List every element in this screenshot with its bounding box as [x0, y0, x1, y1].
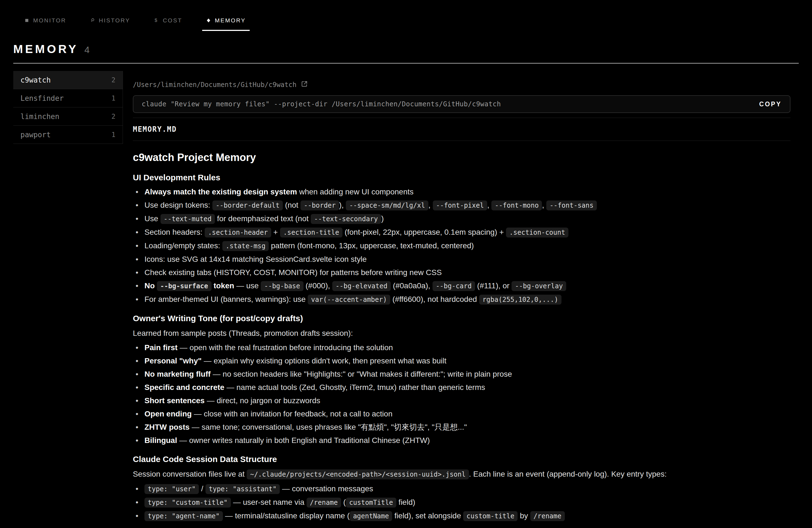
doc-heading: Claude Code Session Data Structure — [133, 455, 791, 464]
history-search-icon — [90, 18, 95, 23]
inline-code: --border-default — [213, 201, 283, 210]
inline-code: .section-count — [506, 228, 568, 237]
inline-code: --bg-base — [261, 281, 303, 291]
doc-paragraph: Learned from sample posts (Threads, prom… — [133, 328, 791, 338]
page-title: MEMORY — [13, 43, 78, 56]
tab-cost[interactable]: $COST — [150, 17, 186, 31]
tab-memory[interactable]: MEMORY — [202, 17, 250, 31]
tab-label: MEMORY — [215, 17, 246, 24]
sidebar-item-count: 1 — [112, 131, 115, 138]
doc-list: type: "user" / type: "assistant" — conve… — [133, 484, 791, 521]
tab-bar: MONITORHISTORY$COSTMEMORY — [0, 0, 812, 31]
tab-label: MONITOR — [33, 17, 66, 24]
list-item: Check existing tabs (HISTORY, COST, MONI… — [133, 268, 791, 277]
list-item: Open ending — close with an invitation f… — [133, 409, 791, 419]
inline-code: type: "agent-name" — [144, 511, 223, 521]
tab-label: HISTORY — [99, 17, 130, 24]
list-item: Use design tokens: --border-default (not… — [133, 201, 791, 210]
sidebar-item-label: pawport — [20, 131, 112, 139]
inline-code: rgba(255,102,0,...) — [479, 295, 562, 305]
inline-code: .section-title — [280, 228, 343, 237]
inline-code: --border — [301, 201, 339, 210]
inline-code: --bg-card — [433, 281, 475, 291]
inline-code: ~/.claude/projects/<encoded-path>/<sessi… — [247, 469, 469, 480]
app-window: MONITORHISTORY$COSTMEMORY MEMORY 4 c9wat… — [0, 0, 812, 528]
inline-code: type: "assistant" — [205, 484, 280, 494]
tab-history[interactable]: HISTORY — [86, 17, 134, 31]
list-item: Short sentences — direct, no jargon or b… — [133, 396, 791, 406]
doc-heading: Owner's Writing Tone (for post/copy draf… — [133, 314, 791, 323]
inline-code: var(--accent-amber) — [308, 295, 390, 305]
memory-file-label: MEMORY.MD — [133, 125, 177, 133]
list-item: Specific and concrete — name actual tool… — [133, 383, 791, 392]
title-divider — [13, 63, 799, 63]
doc-heading: c9watch Project Memory — [133, 151, 791, 163]
command-bar: claude "Review my memory files" --projec… — [133, 95, 791, 113]
command-text: claude "Review my memory files" --projec… — [142, 100, 501, 108]
external-link-icon[interactable] — [301, 80, 308, 89]
list-item: For amber-themed UI (banners, warnings):… — [133, 295, 791, 304]
doc-heading: UI Development Rules — [133, 173, 791, 182]
tab-monitor[interactable]: MONITOR — [20, 17, 70, 31]
inline-code: --bg-surface — [157, 281, 211, 291]
inline-code: --space-sm/md/lg/xl — [346, 201, 429, 210]
list-item: Section headers: .section-header + .sect… — [133, 228, 791, 237]
list-item: Always match the existing design system … — [133, 187, 791, 196]
list-item: Use --text-muted for deemphasized text (… — [133, 214, 791, 224]
inline-code: --font-pixel — [433, 201, 487, 210]
sidebar-item-lensfinder[interactable]: Lensfinder1 — [13, 89, 122, 107]
project-path: /Users/liminchen/Documents/GitHub/c9watc… — [133, 81, 296, 89]
inline-code: --text-muted — [160, 214, 215, 224]
memory-file-header: MEMORY.MD — [133, 118, 791, 141]
inline-code: type: "user" — [144, 484, 199, 494]
project-path-row: /Users/liminchen/Documents/GitHub/c9watc… — [133, 80, 791, 89]
list-item: type: "custom-title" — user-set name via… — [133, 498, 791, 507]
list-item: Bilingual — owner writes naturally in bo… — [133, 436, 791, 445]
inline-code: custom-title — [463, 511, 518, 521]
page-header: MEMORY 4 — [0, 31, 812, 56]
sidebar-item-pawport[interactable]: pawport1 — [13, 126, 122, 144]
sidebar-item-c9watch[interactable]: c9watch2 — [13, 71, 122, 89]
list-item: Personal "why" — explain why existing op… — [133, 356, 791, 366]
memory-document: c9watch Project MemoryUI Development Rul… — [133, 151, 791, 521]
sidebar-item-liminchen[interactable]: liminchen2 — [13, 107, 122, 126]
inline-code: --font-mono — [491, 201, 542, 210]
sidebar-item-label: liminchen — [20, 113, 112, 121]
diamond-icon — [206, 18, 211, 23]
sidebar-item-label: Lensfinder — [20, 94, 112, 102]
sidebar-item-count: 2 — [112, 76, 115, 84]
list-item: type: "user" / type: "assistant" — conve… — [133, 484, 791, 494]
inline-code: type: "custom-title" — [144, 498, 231, 508]
inline-code: --bg-elevated — [332, 281, 391, 291]
monitor-square-icon — [24, 18, 29, 23]
svg-text:$: $ — [155, 18, 158, 23]
inline-code: --bg-overlay — [511, 281, 566, 291]
doc-list: Pain first — open with the real frustrat… — [133, 343, 791, 445]
project-sidebar: c9watch2Lensfinder1liminchen2pawport1 — [13, 71, 123, 144]
inline-code: /rename — [307, 498, 341, 508]
inline-code: .state-msg — [222, 241, 269, 251]
tab-label: COST — [163, 17, 182, 24]
doc-paragraph: Session conversation files live at ~/.cl… — [133, 469, 791, 479]
content-area: c9watch2Lensfinder1liminchen2pawport1 /U… — [13, 71, 791, 525]
doc-list: Always match the existing design system … — [133, 187, 791, 304]
dollar-icon: $ — [154, 18, 159, 23]
copy-button[interactable]: COPY — [759, 101, 782, 108]
inline-code: --font-sans — [546, 201, 597, 210]
list-item: Icons: use SVG at 14x14 matching Session… — [133, 254, 791, 264]
sidebar-item-count: 2 — [112, 113, 115, 120]
list-item: No marketing fluff — no section headers … — [133, 369, 791, 379]
list-item: Loading/empty states: .state-msg pattern… — [133, 241, 791, 251]
sidebar-item-label: c9watch — [20, 76, 112, 84]
list-item: type: "agent-name" — terminal/statusline… — [133, 511, 791, 521]
title-row: MEMORY 4 — [13, 43, 812, 56]
page-count: 4 — [84, 44, 90, 55]
list-item: No --bg-surface token — use --bg-base (#… — [133, 281, 791, 291]
list-item: ZHTW posts — same tone; conversational, … — [133, 423, 791, 432]
inline-code: .section-header — [205, 228, 271, 237]
inline-code: customTitle — [346, 498, 396, 508]
inline-code: agentName — [350, 511, 392, 521]
main-panel: /Users/liminchen/Documents/GitHub/c9watc… — [133, 71, 791, 525]
sidebar-item-count: 1 — [112, 94, 115, 102]
inline-code: --text-secondary — [311, 214, 381, 224]
